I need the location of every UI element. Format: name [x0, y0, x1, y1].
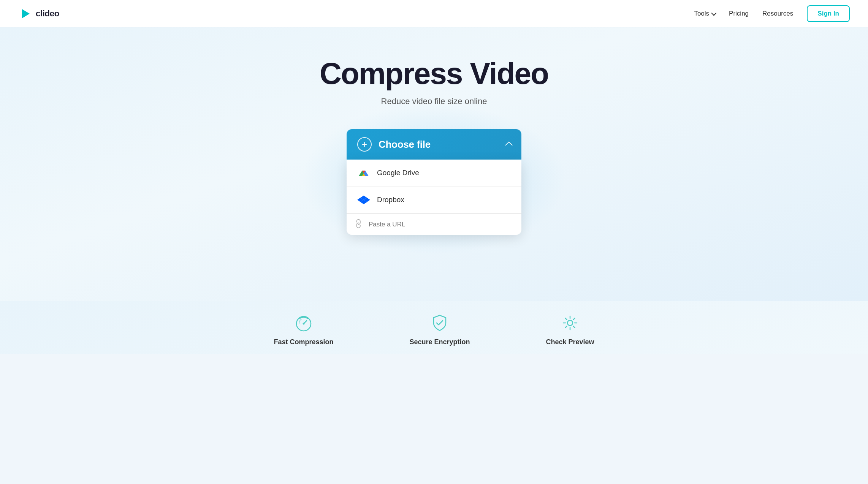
google-drive-label: Google Drive	[377, 169, 419, 177]
svg-point-3	[303, 323, 304, 325]
gear-icon	[559, 312, 581, 334]
link-icon	[353, 218, 366, 231]
logo-text: clideo	[36, 9, 59, 19]
nav-links: Tools Pricing Resources Sign In	[694, 5, 850, 22]
plus-circle-icon: +	[357, 137, 372, 152]
file-chooser-widget: + Choose file Google Drive	[347, 129, 521, 235]
dropbox-option[interactable]: Dropbox	[347, 187, 521, 214]
dropbox-icon	[357, 193, 370, 206]
logo-icon	[18, 7, 32, 21]
google-drive-icon	[357, 166, 370, 179]
tools-chevron-icon	[711, 10, 716, 16]
hero-subtitle: Reduce video file size online	[381, 96, 487, 106]
choose-file-label: Choose file	[379, 139, 431, 150]
svg-point-4	[567, 320, 573, 326]
page-title: Compress Video	[320, 58, 548, 90]
speed-icon	[293, 312, 314, 334]
check-preview-label: Check Preview	[546, 338, 594, 346]
feature-secure-encryption: Secure Encryption	[409, 312, 470, 346]
url-input[interactable]	[369, 221, 513, 228]
features-strip: Fast Compression Secure Encryption Check…	[0, 301, 868, 354]
secure-encryption-label: Secure Encryption	[409, 338, 470, 346]
feature-check-preview: Check Preview	[546, 312, 594, 346]
navbar: clideo Tools Pricing Resources Sign In	[0, 0, 868, 27]
file-dropdown: Google Drive Dropbox	[347, 160, 521, 235]
sign-in-button[interactable]: Sign In	[807, 5, 850, 22]
choose-file-button[interactable]: + Choose file	[347, 129, 521, 160]
google-drive-option[interactable]: Google Drive	[347, 160, 521, 187]
shield-icon	[429, 312, 450, 334]
nav-pricing[interactable]: Pricing	[729, 10, 749, 17]
chevron-up-icon	[505, 141, 513, 149]
feature-fast-compression: Fast Compression	[274, 312, 333, 346]
svg-marker-0	[22, 9, 30, 18]
dropbox-label: Dropbox	[377, 196, 404, 204]
hero-section: Compress Video Reduce video file size on…	[0, 27, 868, 301]
nav-resources[interactable]: Resources	[762, 10, 793, 17]
logo[interactable]: clideo	[18, 7, 59, 21]
nav-tools[interactable]: Tools	[694, 10, 715, 17]
fast-compression-label: Fast Compression	[274, 338, 333, 346]
url-input-row	[347, 214, 521, 235]
